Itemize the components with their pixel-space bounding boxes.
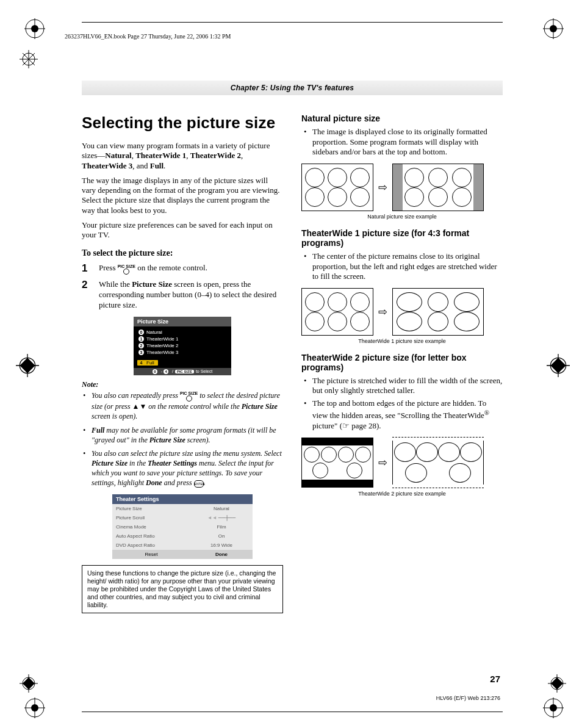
osd-item: 0Natural xyxy=(137,329,228,336)
intro-paragraph: You can view many program formats in a v… xyxy=(82,141,283,171)
note-label: Note: xyxy=(82,380,283,389)
note-item: Full may not be available for some progr… xyxy=(82,425,283,445)
print-header-line: 263237HLV66_EN.book Page 27 Thursday, Ju… xyxy=(65,33,231,40)
crop-mark-icon xyxy=(24,697,45,718)
note-item: You also can select the picture size usi… xyxy=(82,449,283,488)
table-row: Picture SizeNatural xyxy=(112,504,253,513)
bullet-list: The picture is stretched wider to fill t… xyxy=(301,376,503,431)
body-text: Your picture size preferences can be sav… xyxy=(82,220,283,240)
subheading: TheaterWide 2 picture size (for letter b… xyxy=(301,353,503,372)
osd-item: 1TheaterWide 1 xyxy=(137,336,228,342)
arrow-right-icon: ⇨ xyxy=(378,181,387,194)
content-area: Selecting the picture size You can view … xyxy=(82,114,503,613)
bullet-list: The image is displayed close to its orig… xyxy=(301,127,503,157)
figure-caption: TheaterWide 2 picture size example xyxy=(301,491,503,497)
osd-item: 3TheaterWide 3 xyxy=(137,349,228,356)
crop-mark-icon xyxy=(24,18,45,39)
example-figure: ⇨ TheaterWide 1 picture size example xyxy=(301,288,503,344)
arrow-right-icon: ⇨ xyxy=(378,305,387,319)
register-mark-icon xyxy=(20,50,38,68)
osd-footer: 0 - 4 / PIC SIZE to Select xyxy=(134,368,231,375)
bullet-list: The center of the picture remains close … xyxy=(301,251,503,282)
document-page: 263237HLV66_EN.book Page 27 Thursday, Ju… xyxy=(0,0,582,728)
register-mark-icon xyxy=(547,354,570,377)
list-item: The center of the picture remains close … xyxy=(301,251,503,282)
example-figure: ⇨ TheaterWide 2 picture size example xyxy=(301,437,503,497)
chapter-heading: Chapter 5: Using the TV's features xyxy=(82,81,503,95)
footer-code: HLV66 (E/F) Web 213:276 xyxy=(436,695,500,701)
register-mark-icon xyxy=(548,674,566,693)
table-row: ResetDone xyxy=(112,550,253,559)
list-item: The picture is stretched wider to fill t… xyxy=(301,376,503,396)
legal-notice: Using these functions to change the pict… xyxy=(82,565,283,614)
right-column: Natural picture size The image is displa… xyxy=(301,114,503,613)
left-column: Selecting the picture size You can view … xyxy=(82,114,283,613)
subheading: To select the picture size: xyxy=(82,248,283,258)
table-row: Picture Scroll◄◄ ──┼── xyxy=(112,513,253,522)
steps-list: Press PIC SIZE on the remote control. Wh… xyxy=(82,263,283,311)
osd-title: Picture Size xyxy=(134,317,231,326)
osd-item: 2TheaterWide 2 xyxy=(137,342,228,349)
crop-mark-icon xyxy=(543,18,564,39)
example-figure: ⇨ Natural picture size example xyxy=(301,164,503,220)
subheading: TheaterWide 1 picture size (for 4:3 form… xyxy=(301,228,503,248)
note-item: You also can repeatedly press PIC SIZE t… xyxy=(82,391,283,422)
register-mark-icon xyxy=(20,674,38,693)
remote-button-icon xyxy=(123,268,129,275)
table-row: DVD Aspect Ratio16:9 Wide xyxy=(112,541,253,550)
settings-title: Theater Settings xyxy=(112,494,253,504)
enter-button-icon: ENTER xyxy=(194,480,204,488)
step-item: Press PIC SIZE on the remote control. xyxy=(82,263,283,275)
header-rule xyxy=(82,22,503,23)
theater-settings-table: Theater Settings Picture SizeNatural Pic… xyxy=(112,494,253,559)
footer-rule xyxy=(82,712,503,712)
osd-picture-size: Picture Size 0Natural 1TheaterWide 1 2Th… xyxy=(134,317,231,375)
register-mark-icon xyxy=(16,354,39,377)
list-item: The top and bottom edges of the picture … xyxy=(301,398,503,431)
step-item: While the Picture Size screen is open, p… xyxy=(82,279,283,311)
osd-item-selected: 4Full xyxy=(137,360,158,366)
page-number: 27 xyxy=(490,674,500,684)
figure-caption: Natural picture size example xyxy=(301,214,503,220)
body-text: The way the image displays in any of the… xyxy=(82,176,283,215)
crop-mark-icon xyxy=(543,697,564,718)
table-row: Cinema ModeFilm xyxy=(112,522,253,532)
pic-size-button-label: PIC SIZE xyxy=(118,264,135,268)
section-heading: Selecting the picture size xyxy=(82,114,283,132)
remote-button-icon xyxy=(186,395,192,402)
arrow-right-icon: ⇨ xyxy=(378,456,387,469)
list-item: The image is displayed close to its orig… xyxy=(301,127,503,157)
subheading: Natural picture size xyxy=(301,114,503,123)
table-row: Auto Aspect RatioOn xyxy=(112,532,253,541)
figure-caption: TheaterWide 1 picture size example xyxy=(301,338,503,344)
notes-list: You also can repeatedly press PIC SIZE t… xyxy=(82,391,283,488)
